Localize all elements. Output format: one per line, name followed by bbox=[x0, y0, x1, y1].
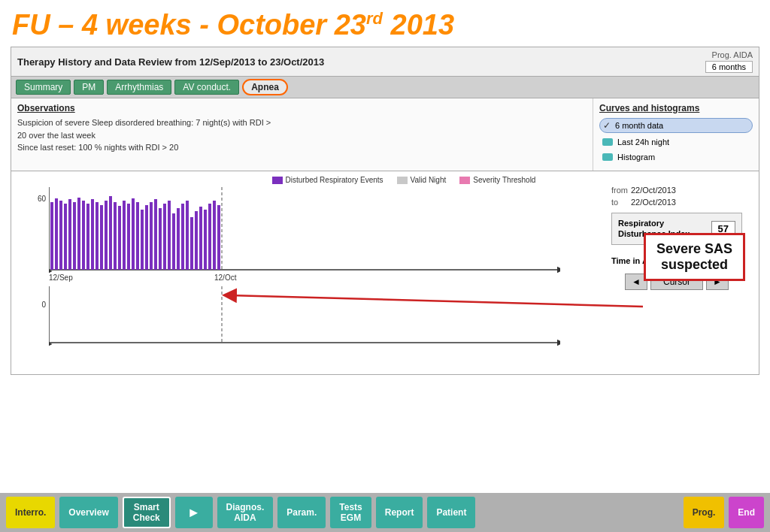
date-to-label: to bbox=[611, 198, 626, 207]
svg-rect-18 bbox=[118, 206, 121, 270]
chart-svg-wrapper: 12/Sep 12/Oct h bbox=[49, 187, 616, 354]
bar-chart-svg: 12/Sep 12/Oct bbox=[49, 187, 560, 285]
legend-label-disturbed: Disturbed Respiratory Events bbox=[286, 176, 383, 184]
legend-item-severity: Severity Threshold bbox=[459, 176, 535, 184]
legend-label-valid: Valid Night bbox=[411, 176, 447, 184]
date-to-row: to 22/Oct/2013 bbox=[611, 198, 742, 207]
legend-color-severity bbox=[459, 177, 470, 184]
curves-panel: Curves and histograms ✓ 6 month data Las… bbox=[593, 98, 759, 171]
tab-summary[interactable]: Summary bbox=[16, 80, 71, 95]
svg-rect-13 bbox=[95, 202, 99, 270]
prog-label: Prog. AIDA bbox=[705, 50, 753, 59]
tab-bar: Summary PM Arrhythmias AV conduct. Apnea bbox=[11, 77, 759, 98]
prog-section: Prog. AIDA 6 months bbox=[705, 50, 753, 73]
svg-rect-21 bbox=[132, 198, 135, 270]
bottom-toolbar: Interro. Overview Smart Check ► Diagnos.… bbox=[0, 493, 770, 532]
title-year: 2013 bbox=[383, 9, 454, 41]
svg-rect-19 bbox=[123, 201, 126, 270]
svg-rect-5 bbox=[59, 201, 62, 270]
date-from-value: 22/Oct/2013 bbox=[631, 186, 676, 195]
title-superscript: rd bbox=[366, 9, 383, 28]
curve-option-6month[interactable]: ✓ 6 month data bbox=[599, 118, 753, 133]
date-from-row: from 22/Oct/2013 bbox=[611, 186, 742, 195]
obs-panel: Observations Suspicion of severe Sleep d… bbox=[11, 98, 593, 171]
secondary-chart-svg: h 24 bbox=[49, 286, 560, 354]
main-content: Therapy History and Data Review from 12/… bbox=[11, 47, 759, 375]
smart-check-button[interactable]: Smart Check bbox=[123, 497, 171, 528]
svg-rect-4 bbox=[55, 198, 58, 270]
svg-rect-26 bbox=[154, 199, 157, 270]
chart-area: Disturbed Respiratory Events Valid Night… bbox=[11, 171, 759, 374]
end-button[interactable]: End bbox=[729, 497, 764, 528]
svg-rect-24 bbox=[145, 205, 148, 270]
svg-rect-38 bbox=[208, 204, 211, 270]
svg-rect-28 bbox=[163, 204, 166, 270]
severe-sas-box: Severe SAS suspected bbox=[644, 233, 745, 281]
svg-text:12/Sep: 12/Sep bbox=[49, 274, 73, 282]
page-title: FU – 4 weeks - October 23rd 2013 bbox=[12, 9, 454, 41]
content-header: Therapy History and Data Review from 12/… bbox=[11, 47, 759, 77]
title-bar: FU – 4 weeks - October 23rd 2013 bbox=[0, 0, 770, 47]
curve-option-last24h[interactable]: Last 24h night bbox=[599, 136, 753, 148]
date-from-label: from bbox=[611, 186, 626, 195]
param-button[interactable]: Param. bbox=[277, 497, 326, 528]
severe-sas-line2: suspected bbox=[656, 257, 732, 273]
interro-button[interactable]: Interro. bbox=[6, 497, 55, 528]
tab-apnea[interactable]: Apnea bbox=[242, 79, 288, 95]
tab-av-conduct[interactable]: AV conduct. bbox=[174, 80, 239, 95]
diagnos-aida-button[interactable]: Diagnos. AIDA bbox=[217, 497, 274, 528]
title-main: FU – 4 weeks - October 23 bbox=[12, 9, 366, 41]
curves-title: Curves and histograms bbox=[599, 103, 753, 113]
date-to-value: 22/Oct/2013 bbox=[631, 198, 676, 207]
svg-rect-16 bbox=[109, 196, 112, 270]
svg-rect-32 bbox=[181, 204, 184, 270]
legend-color-disturbed bbox=[272, 177, 283, 184]
tab-pm[interactable]: PM bbox=[74, 80, 104, 95]
curve-label-histogram: Histogram bbox=[617, 153, 655, 162]
svg-rect-27 bbox=[159, 208, 162, 270]
svg-rect-34 bbox=[190, 217, 193, 270]
two-panel: Observations Suspicion of severe Sleep d… bbox=[11, 98, 759, 171]
severe-sas-line1: Severe SAS bbox=[656, 241, 732, 257]
svg-rect-40 bbox=[217, 205, 220, 270]
svg-rect-6 bbox=[64, 204, 67, 270]
svg-rect-10 bbox=[82, 201, 85, 270]
prog-button[interactable]: Prog. bbox=[684, 497, 725, 528]
legend-item-valid: Valid Night bbox=[397, 176, 447, 184]
play-button[interactable]: ► bbox=[175, 497, 213, 528]
curve-label-last24h: Last 24h night bbox=[617, 138, 669, 147]
svg-rect-11 bbox=[86, 204, 89, 270]
curve-check-6month: ✓ bbox=[603, 120, 611, 131]
curve-option-histogram[interactable]: Histogram bbox=[599, 151, 753, 163]
report-button[interactable]: Report bbox=[376, 497, 423, 528]
observations-title: Observations bbox=[17, 103, 587, 113]
svg-rect-29 bbox=[168, 201, 171, 270]
tab-arrhythmias[interactable]: Arrhythmias bbox=[107, 80, 171, 95]
svg-rect-30 bbox=[172, 213, 175, 270]
y-label-0: 0 bbox=[41, 301, 46, 309]
y-axis: 60 0 bbox=[11, 187, 49, 354]
svg-rect-3 bbox=[50, 202, 53, 270]
obs-line3: Since last reset: 100 % nights with RDI … bbox=[17, 143, 178, 152]
patient-button[interactable]: Patient bbox=[427, 497, 475, 528]
svg-rect-8 bbox=[73, 202, 76, 270]
y-label-60: 60 bbox=[38, 195, 46, 203]
svg-rect-14 bbox=[100, 205, 103, 270]
svg-rect-12 bbox=[91, 199, 94, 270]
obs-line2: 20 over the last week bbox=[17, 131, 95, 140]
obs-text: Suspicion of severe Sleep disordered bre… bbox=[17, 116, 587, 154]
svg-rect-39 bbox=[213, 201, 216, 270]
curve-label-6month: 6 month data bbox=[615, 121, 663, 130]
tests-egm-button[interactable]: Tests EGM bbox=[330, 497, 371, 528]
overview-button[interactable]: Overview bbox=[59, 497, 117, 528]
legend-label-severity: Severity Threshold bbox=[473, 176, 535, 184]
legend-item-disturbed: Disturbed Respiratory Events bbox=[272, 176, 383, 184]
svg-rect-20 bbox=[127, 204, 130, 270]
curve-icon-last24h bbox=[602, 138, 613, 146]
svg-rect-31 bbox=[177, 208, 180, 270]
therapy-history-title: Therapy History and Data Review from 12/… bbox=[17, 56, 324, 68]
svg-rect-7 bbox=[68, 199, 71, 270]
svg-text:12/Oct: 12/Oct bbox=[214, 274, 237, 282]
obs-line1: Suspicion of severe Sleep disordered bre… bbox=[17, 118, 271, 127]
svg-rect-15 bbox=[105, 201, 108, 270]
